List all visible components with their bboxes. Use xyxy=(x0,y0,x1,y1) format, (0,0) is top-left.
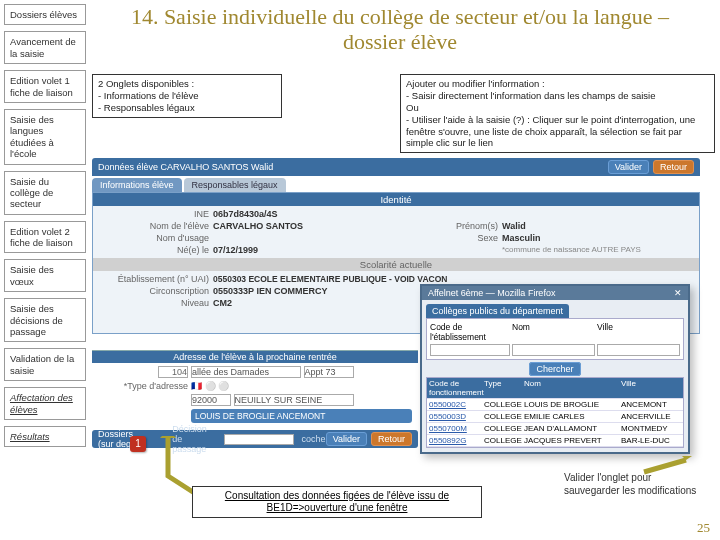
col-code: Code de fonctionnement xyxy=(429,379,484,397)
callout-tabs-title: 2 Onglets disponibles : xyxy=(98,78,276,90)
nav-resultats[interactable]: Résultats xyxy=(4,426,86,447)
callout-info-title: Ajouter ou modifier l'information : xyxy=(406,78,709,90)
col-ville: Ville xyxy=(621,379,681,397)
nav-avancement[interactable]: Avancement de la saisie xyxy=(4,31,86,64)
appt-field[interactable]: Appt 73 xyxy=(304,366,354,378)
section-identite: Identité xyxy=(93,193,699,206)
nav-dossiers-eleves[interactable]: Dossiers élèves xyxy=(4,4,86,25)
table-row[interactable]: 0550700M COLLEGE JEAN D'ALLAMONT MONTMED… xyxy=(427,423,683,435)
birth-label: Né(e) le xyxy=(99,245,209,255)
nav-affectation[interactable]: Affectation des élèves xyxy=(4,387,86,420)
circ-label: Circonscription xyxy=(99,286,209,296)
n-adresses[interactable]: 104 xyxy=(158,366,188,378)
etab-value: 0550303 ECOLE ELEMENTAIRE PUBLIQUE - VOI… xyxy=(213,274,693,284)
nom-label-p: Nom xyxy=(512,322,595,342)
slide-title: 14. Saisie individuelle du collège de se… xyxy=(120,4,680,55)
bullet-1: 1 xyxy=(130,436,146,452)
app-title: Données élève CARVALHO SANTOS Walid xyxy=(98,162,273,172)
ine-value: 06b7d8430a/4S xyxy=(213,209,404,219)
code-input[interactable] xyxy=(430,344,510,356)
usage-label: Nom d'usage xyxy=(99,233,209,243)
coche-label: coche xyxy=(302,434,326,444)
col-type: Type xyxy=(484,379,524,397)
validate-callout: Valider l'onglet pour sauvegarder les mo… xyxy=(564,472,704,497)
code-label: Code de l'établissement xyxy=(430,322,510,342)
retour-button[interactable]: Retour xyxy=(653,160,694,174)
ine-label: INE xyxy=(99,209,209,219)
col-nom: Nom xyxy=(524,379,621,397)
nom-value: CARVALHO SANTOS xyxy=(213,221,404,231)
tab-responsables[interactable]: Responsables légaux xyxy=(184,178,286,192)
close-icon[interactable]: ✕ xyxy=(674,288,682,298)
type-adr-flags[interactable]: 🇫🇷 ⚪ ⚪ xyxy=(191,381,412,391)
prenom-value: Walid xyxy=(502,221,693,231)
cp-field[interactable]: 92000 xyxy=(191,394,231,406)
ville-label-p: Ville xyxy=(597,322,680,342)
callout-info-line1: - Saisir directement l'information dans … xyxy=(406,90,709,102)
callout-tabs-line1: - Informations de l'élève xyxy=(98,90,276,102)
popup-search-form: Code de l'établissement Nom Ville xyxy=(426,318,684,360)
valider-button[interactable]: Valider xyxy=(608,160,649,174)
app-title-bar: Données élève CARVALHO SANTOS Walid Vali… xyxy=(92,158,700,176)
callout-info-ou: Ou xyxy=(406,102,709,114)
valider2-button[interactable]: Valider xyxy=(326,432,367,446)
table-row[interactable]: 0550002C COLLEGE LOUIS DE BROGLIE ANCEMO… xyxy=(427,399,683,411)
retour2-button[interactable]: Retour xyxy=(371,432,412,446)
nav-saisie-langues[interactable]: Saisie des langues étudiées à l'école xyxy=(4,109,86,165)
rue-field[interactable]: allée des Damades xyxy=(191,366,301,378)
popup-window-title: Affelnet 6ème — Mozilla Firefox xyxy=(428,288,555,298)
tab-infos-eleve[interactable]: Informations élève xyxy=(92,178,182,192)
nav-validation[interactable]: Validation de la saisie xyxy=(4,348,86,381)
niveau-value: CM2 xyxy=(213,298,404,313)
nav-edition-volet2[interactable]: Edition volet 2 fiche de liaison xyxy=(4,221,86,254)
birth-value: 07/12/1999 xyxy=(213,245,404,255)
birth-loc: *commune de naissance AUTRE PAYS xyxy=(502,245,693,255)
ville-input[interactable] xyxy=(597,344,680,356)
etab-label: Établissement (n° UAI) xyxy=(99,274,209,284)
tabs: Informations élève Responsables légaux xyxy=(92,178,700,192)
slide-number: 25 xyxy=(697,520,710,536)
nav-saisie-college[interactable]: Saisie du collège de secteur xyxy=(4,171,86,215)
callout-info-line2: - Utiliser l'aide à la saisie (?) : Cliq… xyxy=(406,114,709,150)
ville-field[interactable]: NEUILLY SUR SEINE xyxy=(234,394,354,406)
nom-label: Nom de l'élève xyxy=(99,221,209,231)
nom-input[interactable] xyxy=(512,344,595,356)
callout-info: Ajouter ou modifier l'information : - Sa… xyxy=(400,74,715,153)
popup-colleges: Affelnet 6ème — Mozilla Firefox ✕ Collèg… xyxy=(420,284,690,454)
chercher-button[interactable]: Chercher xyxy=(529,362,580,376)
section-adresse: Adresse de l'élève à la prochaine rentré… xyxy=(92,351,418,363)
sexe-label: Sexe xyxy=(408,233,498,243)
nav-saisie-voeux[interactable]: Saisie des vœux xyxy=(4,259,86,292)
consultation-callout: Consultation des données figées de l'élè… xyxy=(192,486,482,518)
sexe-value: Masculin xyxy=(502,233,693,243)
niveau-label: Niveau xyxy=(99,298,209,313)
nav-edition-volet1[interactable]: Edition volet 1 fiche de liaison xyxy=(4,70,86,103)
type-adr-label: *Type d'adresse xyxy=(98,381,188,391)
prenom-label: Prénom(s) xyxy=(408,221,498,231)
table-row[interactable]: 0550003D COLLEGE EMILIE CARLES ANCERVILL… xyxy=(427,411,683,423)
sidebar: Dossiers élèves Avancement de la saisie … xyxy=(4,4,86,453)
callout-tabs: 2 Onglets disponibles : - Informations d… xyxy=(92,74,282,118)
section-scolarite: Scolarité actuelle xyxy=(93,258,699,271)
nav-saisie-decisions[interactable]: Saisie des décisions de passage xyxy=(4,298,86,342)
popup-table: Code de fonctionnement Type Nom Ville 05… xyxy=(426,377,684,448)
popup-tab: Collèges publics du département xyxy=(426,304,569,318)
n-adresses-label: 104 xyxy=(98,366,188,378)
callout-tabs-line2: - Responsables légaux xyxy=(98,102,276,114)
decision-select[interactable] xyxy=(224,434,294,445)
popup-title-bar: Affelnet 6ème — Mozilla Firefox ✕ xyxy=(422,286,688,300)
table-row[interactable]: 0550892G COLLEGE JACQUES PREVERT BAR-LE-… xyxy=(427,435,683,447)
college-sel: LOUIS DE BROGLIE ANCEMONT xyxy=(195,411,325,421)
svg-marker-0 xyxy=(160,436,176,438)
